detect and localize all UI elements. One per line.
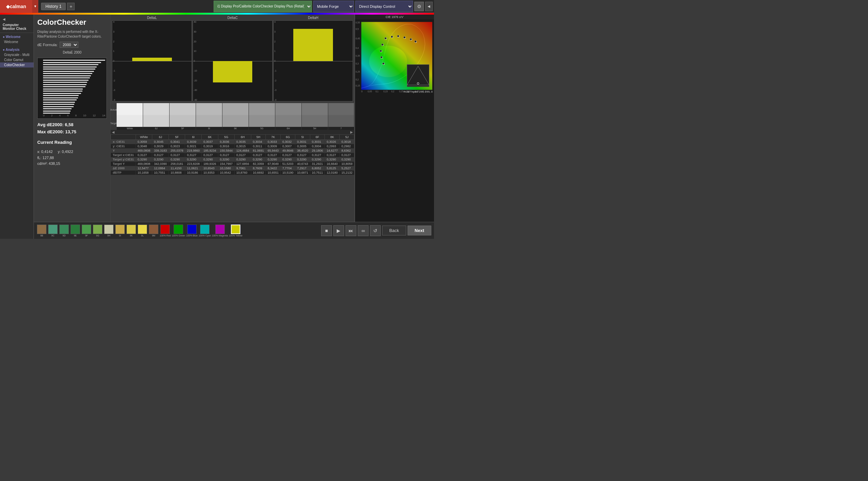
h-bar-row (43, 59, 105, 61)
cell: 0,3018 (339, 140, 354, 144)
cell: 0,3004 (310, 144, 325, 149)
delta-charts-row: DeltaL 4 3 2 1 0 -1 -2 -3 -4 (111, 15, 354, 103)
cell: 0,3032 (280, 140, 295, 144)
play-button[interactable]: ▶ (333, 225, 344, 236)
sidebar-item-welcome[interactable]: Welcome (0, 39, 34, 44)
chip-100-green-box (174, 225, 183, 234)
chip-9l-box (138, 225, 147, 234)
chip-9f-box (82, 225, 91, 234)
swatch-6i-target (196, 115, 222, 127)
chip-9c[interactable]: 9C (48, 225, 58, 237)
gear-button[interactable]: ⚙ (414, 2, 424, 11)
swatch-white-actual (117, 103, 143, 115)
svg-text:0,55: 0,55 (356, 21, 360, 24)
y-value: y: 0,4922 (58, 150, 73, 154)
cell: 0,3290 (152, 157, 169, 162)
chip-9g[interactable]: 9G (93, 225, 103, 237)
cell: 10,7551 (152, 171, 169, 175)
chip-9f[interactable]: 9F (81, 225, 92, 237)
logo-arrow[interactable]: ▼ (32, 0, 38, 13)
chart-x-axis: 0 2 4 6 8 10 12 14 (43, 114, 105, 117)
cell: 0,3290 (218, 157, 235, 162)
svg-point-19 (410, 38, 412, 40)
refresh-button[interactable]: ↺ (370, 225, 381, 236)
bar-chart-title: DeltaE 2000 (37, 51, 107, 54)
svg-point-21 (382, 44, 384, 46)
mobile-select[interactable]: Mobile Forge (313, 1, 354, 12)
sidebar-item-colorchecker[interactable]: ColorChecker (0, 62, 34, 68)
delta-h-bar (293, 29, 333, 61)
stop-button[interactable]: ■ (321, 225, 332, 236)
chip-9e-label: 9E (74, 234, 77, 237)
svg-point-16 (391, 36, 393, 38)
collapse-button[interactable]: ◀ (425, 2, 433, 11)
infinity-button[interactable]: ∞ (358, 225, 369, 236)
cell: 10,9353 (202, 171, 218, 175)
swatch-white: White (117, 103, 143, 130)
cell: 8,3422 (266, 166, 281, 171)
next-button[interactable]: Next (408, 226, 431, 235)
sidebar-section-welcome: ● Welcome Welcome (0, 33, 34, 46)
swatch-6h: 6H (275, 103, 302, 130)
chip-9f-label: 9F (85, 234, 88, 237)
cell: 0,3127 (202, 153, 218, 157)
calman-logo: ◆ calman (0, 0, 32, 13)
swatch-6j-label: 6J (143, 127, 169, 130)
swatch-7: 7 (328, 103, 355, 130)
step-button[interactable]: ⏭ (346, 225, 356, 236)
scroll-right-button[interactable]: ▶ (350, 130, 353, 134)
h-bar-row (43, 75, 105, 77)
sidebar-back-button[interactable]: ◀ (0, 17, 34, 22)
chip-100-yellow[interactable]: 100% Yellow (229, 225, 242, 237)
chip-100-magenta[interactable]: 100% Magenta (212, 225, 228, 237)
sidebar-item-color-gamut[interactable]: Color Gamut (0, 57, 34, 62)
delta-c-area: 40 30 20 10 0 -10 -20 -30 -40 (193, 20, 273, 101)
cell: 0,3127 (136, 153, 152, 157)
de-formula-select[interactable]: 2000 1976 ITP (60, 42, 78, 48)
chip-100-cyan-label: 100% Cyan (199, 234, 211, 237)
chip-100-red[interactable]: 100% Red (160, 225, 171, 237)
chip-9m[interactable]: 9M (149, 225, 159, 237)
chip-100-green[interactable]: 100% Green (172, 225, 185, 237)
chip-9e[interactable]: 9E (70, 225, 80, 237)
chip-9l[interactable]: 9L (137, 225, 147, 237)
cell: 223,8208 (185, 162, 202, 166)
swatch-7-actual (328, 103, 354, 115)
cell: 10,9542 (218, 171, 235, 175)
swatch-row: Actual Target White (111, 103, 354, 130)
current-reading-label: Current Reading (37, 138, 107, 146)
swatch-5f: 5F (170, 103, 196, 130)
history-tab-1[interactable]: History 1 (41, 3, 66, 10)
data-table-wrapper[interactable]: White 6J 5F 6I 6K 5G 6H 5H 7K 6G 5I (111, 134, 354, 175)
h-bar-row (43, 84, 105, 85)
swatch-6k-actual (222, 103, 249, 115)
chip-9d[interactable]: 9D (59, 225, 69, 237)
col-header-6f: 6F (310, 135, 325, 140)
chip-9k[interactable]: 9K (126, 225, 136, 237)
cell: 10,8760 (235, 171, 251, 175)
ddc-select[interactable]: Direct Display Control (355, 1, 413, 12)
cell: 5,8125 (325, 166, 340, 171)
scroll-left-button[interactable]: ◀ (112, 130, 115, 134)
chip-9h-box (104, 225, 114, 234)
cell: 82,3359 (251, 162, 266, 166)
add-tab-button[interactable]: + (67, 3, 75, 10)
chip-9i[interactable]: 9I (115, 225, 125, 237)
sidebar-item-grayscale[interactable]: Grayscale - Multi (0, 52, 34, 57)
chip-100-cyan[interactable]: 100% Cyan (199, 225, 211, 237)
chip-9b[interactable]: 9B (37, 225, 47, 237)
cell: 40,6743 (295, 162, 310, 166)
cell: 0,3005 (295, 144, 310, 149)
chip-100-blue[interactable]: 100% Blue (186, 225, 198, 237)
center-panel: DeltaL 4 3 2 1 0 -1 -2 -3 -4 (110, 15, 355, 222)
cell: 0,3127 (152, 153, 169, 157)
cell: 10,6692 (251, 171, 266, 175)
svg-point-22 (380, 50, 382, 52)
instrument-select[interactable]: i1 Display Pro/Calibrite ColorChecker Di… (214, 1, 312, 12)
cell: 0,3009 (266, 144, 281, 149)
chip-9h[interactable]: 9H (104, 225, 114, 237)
cell: 0,3036 (218, 140, 235, 144)
back-button[interactable]: Back (382, 226, 406, 235)
svg-rect-43 (407, 64, 429, 86)
h-bar-row (43, 88, 105, 90)
